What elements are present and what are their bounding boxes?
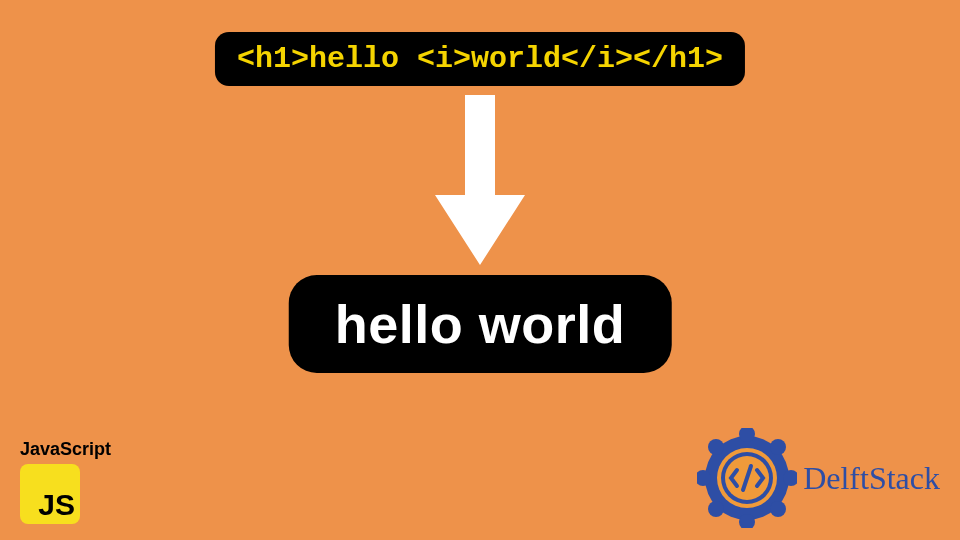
svg-point-2 [770, 439, 786, 455]
delftstack-emblem-icon [697, 428, 797, 528]
code-snippet-box: <h1>hello <i>world</i></h1> [215, 32, 745, 86]
result-text: hello world [335, 294, 626, 354]
javascript-tile-icon: JS [20, 464, 80, 524]
arrow-down-icon [435, 95, 525, 265]
code-snippet-text: <h1>hello <i>world</i></h1> [237, 42, 723, 76]
javascript-logo: JavaScript JS [20, 439, 111, 524]
svg-point-4 [770, 501, 786, 517]
result-text-box: hello world [289, 275, 672, 373]
delftstack-logo: DelftStack [697, 428, 940, 528]
delftstack-wordmark: DelftStack [803, 460, 940, 497]
brand-word-1: Delft [803, 460, 869, 497]
javascript-label: JavaScript [20, 439, 111, 460]
svg-point-8 [708, 439, 724, 455]
svg-point-6 [708, 501, 724, 517]
javascript-tile-text: JS [38, 490, 75, 520]
brand-word-2: Stack [869, 460, 940, 497]
